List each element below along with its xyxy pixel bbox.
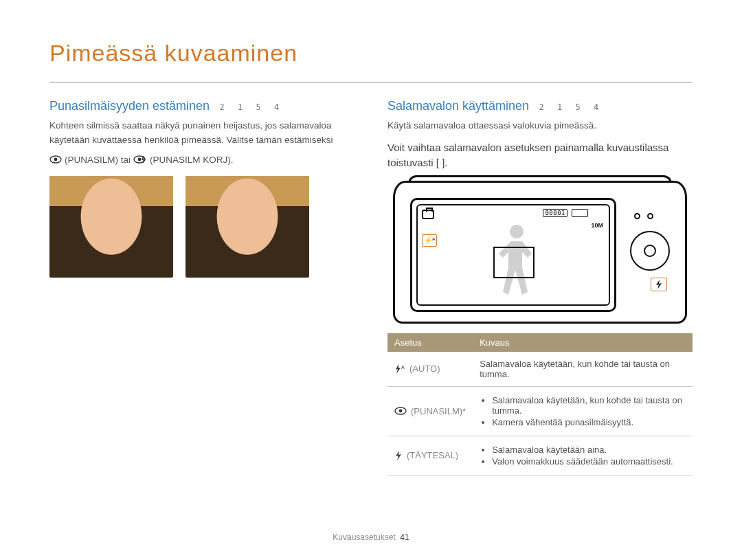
- table-header-setting: Asetus: [387, 333, 473, 352]
- camera-body: 00001 10M ⚡ᴬ: [393, 181, 687, 324]
- camera-illustration: 00001 10M ⚡ᴬ: [393, 181, 687, 324]
- left-option1-label: (PUNASILM) tai: [65, 155, 131, 165]
- opt-redeye-list: Salamavaloa käytetään, kun kohde tai tau…: [480, 395, 686, 427]
- list-item: Salamavaloa käytetään, kun kohde tai tau…: [492, 395, 686, 416]
- eye-icon: [394, 407, 407, 415]
- opt-auto-label: (AUTO): [409, 363, 440, 374]
- flash-auto-icon: A: [394, 364, 405, 374]
- flash-button-highlight: [651, 278, 667, 291]
- focus-frame-icon: [493, 247, 535, 278]
- opt-fill-label: (TÄYTESAL): [407, 450, 458, 460]
- left-subheading: Punasilmäisyyden estäminen: [49, 99, 210, 113]
- opt-auto-desc: Salamavaloa käytetään, kun kohde tai tau…: [473, 352, 693, 387]
- flash-settings-table: Asetus Kuvaus A (AUTO): [387, 333, 693, 475]
- table-row: (PUNASILM)* Salamavaloa käytetään, kun k…: [387, 386, 693, 436]
- portrait-redeye: [49, 176, 173, 278]
- eye-icon: [49, 155, 62, 164]
- list-item: Kamera vähentää punasilmäisyyttä.: [492, 417, 686, 427]
- page-title: Pimeässä kuvaaminen: [49, 40, 693, 67]
- opt-redeye-label: (PUNASILM)*: [411, 406, 466, 416]
- svg-point-3: [138, 158, 142, 161]
- right-line1: Käytä salamavaloa ottaessasi valokuvia p…: [387, 119, 693, 133]
- list-item: Salamavaloa käytetään aina.: [492, 445, 686, 455]
- flash-icon: [394, 451, 403, 460]
- opt-fill-list: Salamavaloa käytetään aina. Valon voimak…: [480, 445, 686, 467]
- camera-side-controls: [625, 208, 675, 311]
- dpad-wheel-icon: [630, 231, 670, 271]
- right-mode-icons: 2 1 5 4: [539, 102, 603, 112]
- svg-point-1: [54, 158, 58, 161]
- camera-lcd-inner: 00001 10M ⚡ᴬ: [416, 204, 610, 306]
- camera-lcd: 00001 10M ⚡ᴬ: [410, 198, 616, 312]
- memory-chip-icon: [572, 209, 588, 217]
- left-paragraph: Kohteen silmissä saattaa näkyä punainen …: [49, 119, 355, 148]
- portrait-corrected: [186, 176, 309, 278]
- table-row: (TÄYTESAL) Salamavaloa käytetään aina. V…: [387, 436, 693, 475]
- shot-counter: 00001: [543, 209, 567, 217]
- resolution-label: 10M: [591, 222, 603, 229]
- left-option2-label: (PUNASILM KORJ).: [150, 155, 234, 165]
- camera-mode-icon: [422, 210, 434, 219]
- table-row: A (AUTO) Salamavaloa käytetään, kun kohd…: [387, 352, 693, 387]
- footer-section: Kuvausasetukset: [333, 533, 395, 542]
- manual-page: Pimeässä kuvaaminen Punasilmäisyyden est…: [0, 0, 742, 560]
- flash-indicator-icon: ⚡ᴬ: [422, 234, 437, 247]
- right-heading-row: Salamavalon käyttäminen 2 1 5 4: [387, 99, 693, 113]
- right-column: Salamavalon käyttäminen 2 1 5 4 Käytä sa…: [387, 99, 693, 475]
- right-subheading: Salamavalon käyttäminen: [387, 99, 529, 113]
- page-footer: Kuvausasetukset 41: [0, 533, 742, 542]
- svg-point-6: [399, 410, 403, 413]
- left-heading-row: Punasilmäisyyden estäminen 2 1 5 4: [49, 99, 355, 113]
- left-options-line: (PUNASILM) tai (PUNASILM KORJ).: [49, 155, 355, 165]
- right-line2: Voit vaihtaa salamavalon asetuksen paina…: [387, 140, 693, 171]
- svg-text:A: A: [401, 365, 405, 370]
- example-photos: [49, 176, 355, 278]
- left-column: Punasilmäisyyden estäminen 2 1 5 4 Kohte…: [49, 99, 355, 475]
- indicator-leds: [634, 213, 653, 219]
- footer-page-number: 41: [400, 533, 409, 542]
- two-column-layout: Punasilmäisyyden estäminen 2 1 5 4 Kohte…: [49, 99, 693, 475]
- left-mode-icons: 2 1 5 4: [220, 102, 284, 112]
- table-header-desc: Kuvaus: [473, 333, 693, 352]
- list-item: Valon voimakkuus säädetään automaattises…: [492, 456, 686, 467]
- title-divider: [49, 82, 693, 82]
- eye-flash-icon: [133, 155, 147, 164]
